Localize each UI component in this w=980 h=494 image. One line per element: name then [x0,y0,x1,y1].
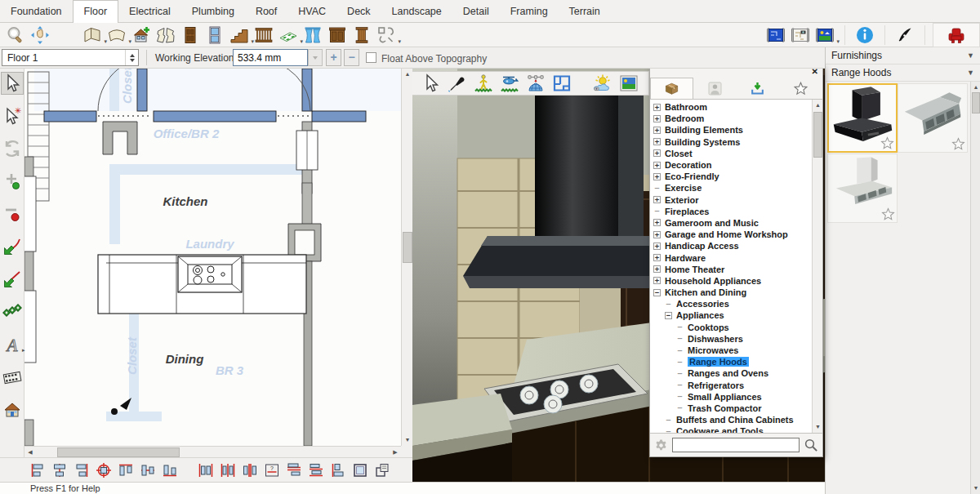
tree-expand-icon[interactable]: + [653,243,661,250]
tree-item-appliances[interactable]: −Appliances [650,309,812,321]
make-same-spacing-button[interactable] [242,462,258,478]
line-from-arc-tool[interactable] [2,269,23,290]
picture-tool[interactable] [618,73,639,94]
working-elevation-dropdown[interactable] [308,49,323,66]
library-browse-tab[interactable] [650,78,693,99]
tree-item-accessories[interactable]: Accessories [650,298,812,309]
tree-item-trash-compactor[interactable]: Trash Compactor [650,403,812,414]
pen-annotation-tool[interactable] [894,24,915,46]
menu-tab-framing[interactable]: Framing [500,1,559,22]
tree-collapse-icon[interactable]: − [665,312,672,319]
tree-item-hardware[interactable]: +Hardware [650,251,812,263]
library-user-catalog-tab[interactable] [693,78,737,99]
tree-expand-icon[interactable]: + [653,219,661,226]
scroll-down-icon[interactable]: ▼ [813,421,822,433]
window-treatment-tool[interactable] [302,24,323,46]
tree-item-home-theater[interactable]: +Home Theater [650,264,812,275]
menu-tab-roof[interactable]: Roof [245,1,287,22]
favorite-star-icon[interactable] [880,207,896,222]
tree-item-exterior[interactable]: +Exterior [650,194,812,206]
tree-expand-icon[interactable]: + [653,149,661,157]
straight-wall-tool[interactable]: ▾ [82,24,103,46]
tree-expand-icon[interactable]: + [653,277,661,284]
tree-expand-icon[interactable]: + [653,173,661,180]
menu-tab-terrain[interactable]: Terrain [559,1,611,22]
menu-tab-detail[interactable]: Detail [452,1,500,22]
align-middle-button[interactable] [140,462,156,478]
align-bottom-button[interactable] [162,462,178,478]
tree-item-garage-and-home-workshop[interactable]: +Garage and Home Workshop [650,229,812,240]
tree-expand-icon[interactable]: + [653,115,661,122]
floor-selector[interactable]: Floor 1 [2,49,139,66]
camera-view-tool[interactable] [2,399,23,421]
plan-vertical-scrollbar[interactable]: ▲ ▼ [401,69,412,446]
scroll-down-icon[interactable]: ▼ [971,483,980,494]
furnishings-scrollbar[interactable]: ▲ ▼ [970,82,980,494]
render-view[interactable]: ▾ [814,24,835,46]
search-icon[interactable] [804,438,818,452]
tree-item-range-hoods[interactable]: Range Hoods [650,356,812,367]
library-download-tab[interactable] [737,78,780,99]
tree-item-bathroom[interactable]: +Bathroom [650,101,812,113]
tree-item-household-appliances[interactable]: +Household Appliances [650,275,812,287]
curved-wall-tool[interactable]: ▾ [106,24,127,46]
furnishings-category-dropdown[interactable]: Furnishings ▼ [826,47,980,65]
tree-item-decoration[interactable]: +Decoration [650,159,812,171]
pan-tool[interactable] [29,24,51,46]
door-tool[interactable] [180,24,201,46]
furniture-library-tab[interactable] [946,24,967,46]
gear-icon[interactable] [654,438,668,452]
scrollbar-thumb[interactable] [57,447,180,457]
menu-tab-hvac[interactable]: HVAC [287,1,336,22]
eyedropper-tool[interactable] [447,73,468,94]
menu-tab-foundation[interactable]: Foundation [0,1,73,22]
tree-item-fireplaces[interactable]: Fireplaces [650,206,812,217]
tree-item-microwaves[interactable]: Microwaves [650,345,812,356]
tree-item-small-appliances[interactable]: Small Appliances [650,391,812,403]
tree-expand-icon[interactable]: + [653,265,661,273]
library-search-input[interactable] [672,438,800,452]
range-hood-light-chimney[interactable] [827,154,898,223]
offset-corner-button[interactable] [330,462,346,478]
scrollbar-thumb[interactable] [813,112,822,158]
curve-from-arc-tool[interactable] [2,236,23,257]
tree-collapse-icon[interactable]: − [653,289,661,296]
align-right-button[interactable] [74,462,90,478]
library-favorites-tab[interactable] [779,78,822,99]
tree-expand-icon[interactable]: + [653,127,661,134]
tree-expand-icon[interactable]: + [653,138,661,145]
stagger-rows-button[interactable] [308,462,324,478]
tree-item-closet[interactable]: +Closet [650,148,812,159]
range-hood-dark-chimney[interactable] [827,83,898,153]
floor-material-tool[interactable]: ▾ [278,24,299,46]
break-wall-tool[interactable] [155,24,176,46]
select-tool[interactable] [2,73,23,94]
align-center-vertical-button[interactable] [51,462,68,478]
menu-tab-landscape[interactable]: Landscape [381,1,452,22]
scrollbar-thumb[interactable] [403,232,412,263]
build-house-tool[interactable] [131,24,152,46]
space-evenly-horizontal-button[interactable] [198,462,214,478]
cabinet-tool[interactable] [327,24,348,46]
add-point-tool[interactable] [2,171,23,192]
tree-item-buffets-and-china-cabinets[interactable]: Buffets and China Cabinets [650,414,812,425]
line-with-point-tool[interactable] [2,203,23,225]
select-similar-tool[interactable]: ✳ [2,105,23,127]
tree-item-cooktops[interactable]: Cooktops [650,322,812,333]
scroll-right-icon[interactable]: ▶ [390,447,401,458]
plan-blueprint-view[interactable] [765,24,786,46]
select-tool-3d[interactable] [421,73,442,94]
rotate-tool[interactable] [2,138,23,159]
polyline-shapes-tool[interactable]: ▾ [376,24,397,46]
tree-item-eco-friendly[interactable]: +Eco-Friendly [650,171,812,182]
float-above-topography-checkbox[interactable] [366,52,376,63]
text-tool[interactable]: A▸ [2,334,23,355]
tree-item-refrigerators[interactable]: Refrigerators [650,380,812,391]
favorite-star-icon[interactable] [951,136,966,152]
zoom-tool[interactable] [5,24,26,46]
tree-item-building-elements[interactable]: +Building Elements [650,124,812,136]
stairs-tool[interactable]: ▾ [229,24,250,46]
tree-expand-icon[interactable]: + [653,231,661,238]
scroll-up-icon[interactable]: ▲ [402,69,413,80]
scroll-left-icon[interactable]: ◀ [24,447,36,458]
